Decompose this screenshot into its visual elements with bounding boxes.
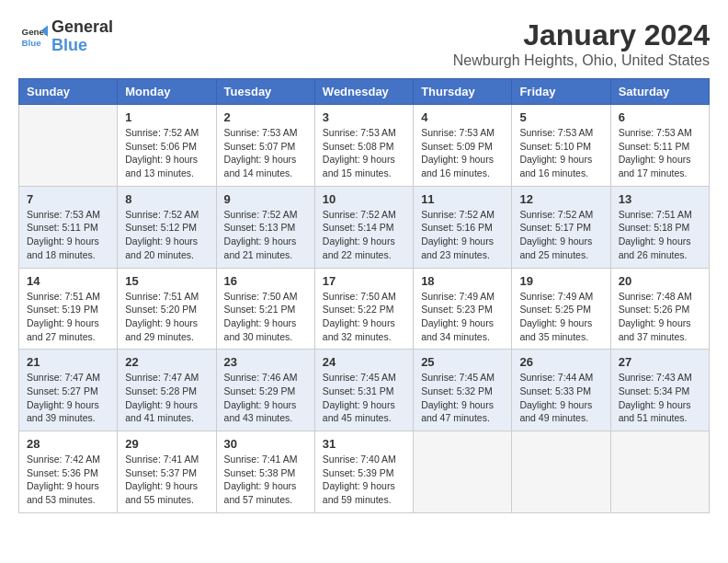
day-info: Sunrise: 7:52 AMSunset: 5:16 PMDaylight:… (421, 208, 504, 262)
col-header-wednesday: Wednesday (314, 79, 413, 105)
day-number: 25 (421, 355, 504, 369)
day-number: 14 (27, 274, 109, 288)
calendar-cell: 2Sunrise: 7:53 AMSunset: 5:07 PMDaylight… (216, 105, 314, 187)
day-info: Sunrise: 7:53 AMSunset: 5:09 PMDaylight:… (421, 126, 504, 180)
calendar-cell: 5Sunrise: 7:53 AMSunset: 5:10 PMDaylight… (512, 105, 610, 187)
logo: General Blue General Blue (18, 18, 113, 55)
calendar-cell: 15Sunrise: 7:51 AMSunset: 5:20 PMDayligh… (118, 268, 216, 350)
week-row-2: 7Sunrise: 7:53 AMSunset: 5:11 PMDaylight… (19, 186, 710, 268)
calendar-cell: 17Sunrise: 7:50 AMSunset: 5:22 PMDayligh… (314, 268, 413, 350)
day-info: Sunrise: 7:50 AMSunset: 5:21 PMDaylight:… (224, 290, 307, 344)
calendar-cell: 1Sunrise: 7:52 AMSunset: 5:06 PMDaylight… (118, 105, 216, 187)
day-info: Sunrise: 7:51 AMSunset: 5:20 PMDaylight:… (125, 290, 208, 344)
col-header-thursday: Thursday (414, 79, 512, 105)
calendar-cell: 4Sunrise: 7:53 AMSunset: 5:09 PMDaylight… (414, 105, 512, 187)
calendar-cell (512, 431, 610, 513)
calendar-cell: 31Sunrise: 7:40 AMSunset: 5:39 PMDayligh… (314, 431, 413, 513)
day-number: 15 (125, 274, 208, 288)
day-number: 7 (27, 192, 109, 206)
day-info: Sunrise: 7:47 AMSunset: 5:28 PMDaylight:… (125, 371, 208, 425)
day-info: Sunrise: 7:53 AMSunset: 5:11 PMDaylight:… (619, 126, 701, 180)
calendar-cell: 26Sunrise: 7:44 AMSunset: 5:33 PMDayligh… (512, 350, 610, 431)
calendar-cell: 27Sunrise: 7:43 AMSunset: 5:34 PMDayligh… (610, 350, 709, 431)
day-info: Sunrise: 7:52 AMSunset: 5:13 PMDaylight:… (224, 208, 307, 262)
title-area: January 2024 Newburgh Heights, Ohio, Uni… (453, 18, 710, 69)
day-info: Sunrise: 7:49 AMSunset: 5:25 PMDaylight:… (519, 290, 602, 344)
day-number: 12 (519, 192, 602, 206)
day-number: 10 (323, 192, 405, 206)
day-number: 21 (27, 355, 109, 369)
day-number: 9 (224, 192, 307, 206)
day-number: 1 (125, 110, 208, 124)
day-info: Sunrise: 7:51 AMSunset: 5:18 PMDaylight:… (619, 208, 701, 262)
day-number: 19 (519, 274, 602, 288)
day-info: Sunrise: 7:53 AMSunset: 5:07 PMDaylight:… (224, 126, 307, 180)
main-title: January 2024 (453, 18, 710, 52)
day-info: Sunrise: 7:45 AMSunset: 5:32 PMDaylight:… (421, 371, 504, 425)
day-info: Sunrise: 7:41 AMSunset: 5:38 PMDaylight:… (224, 453, 307, 507)
calendar-cell: 11Sunrise: 7:52 AMSunset: 5:16 PMDayligh… (414, 186, 512, 268)
calendar-cell: 16Sunrise: 7:50 AMSunset: 5:21 PMDayligh… (216, 268, 314, 350)
subtitle: Newburgh Heights, Ohio, United States (453, 52, 710, 69)
calendar-cell: 10Sunrise: 7:52 AMSunset: 5:14 PMDayligh… (314, 186, 413, 268)
day-info: Sunrise: 7:41 AMSunset: 5:37 PMDaylight:… (125, 453, 208, 507)
week-row-1: 1Sunrise: 7:52 AMSunset: 5:06 PMDaylight… (19, 105, 710, 187)
day-info: Sunrise: 7:42 AMSunset: 5:36 PMDaylight:… (27, 453, 109, 507)
day-info: Sunrise: 7:49 AMSunset: 5:23 PMDaylight:… (421, 290, 504, 344)
day-info: Sunrise: 7:53 AMSunset: 5:11 PMDaylight:… (27, 208, 109, 262)
calendar-cell: 9Sunrise: 7:52 AMSunset: 5:13 PMDaylight… (216, 186, 314, 268)
day-number: 16 (224, 274, 307, 288)
calendar-cell: 29Sunrise: 7:41 AMSunset: 5:37 PMDayligh… (118, 431, 216, 513)
week-row-5: 28Sunrise: 7:42 AMSunset: 5:36 PMDayligh… (19, 431, 710, 513)
calendar-cell (19, 105, 118, 187)
col-header-friday: Friday (512, 79, 610, 105)
day-number: 26 (519, 355, 602, 369)
logo-text: General Blue (51, 18, 113, 55)
calendar-cell: 8Sunrise: 7:52 AMSunset: 5:12 PMDaylight… (118, 186, 216, 268)
day-info: Sunrise: 7:40 AMSunset: 5:39 PMDaylight:… (323, 453, 405, 507)
col-header-saturday: Saturday (610, 79, 709, 105)
day-info: Sunrise: 7:51 AMSunset: 5:19 PMDaylight:… (27, 290, 109, 344)
day-number: 18 (421, 274, 504, 288)
day-number: 2 (224, 110, 307, 124)
day-info: Sunrise: 7:52 AMSunset: 5:17 PMDaylight:… (519, 208, 602, 262)
svg-text:Blue: Blue (22, 38, 42, 48)
week-row-3: 14Sunrise: 7:51 AMSunset: 5:19 PMDayligh… (19, 268, 710, 350)
day-number: 24 (323, 355, 405, 369)
calendar-cell: 30Sunrise: 7:41 AMSunset: 5:38 PMDayligh… (216, 431, 314, 513)
calendar-cell: 28Sunrise: 7:42 AMSunset: 5:36 PMDayligh… (19, 431, 118, 513)
day-number: 13 (619, 192, 701, 206)
day-info: Sunrise: 7:50 AMSunset: 5:22 PMDaylight:… (323, 290, 405, 344)
day-number: 4 (421, 110, 504, 124)
calendar-cell: 7Sunrise: 7:53 AMSunset: 5:11 PMDaylight… (19, 186, 118, 268)
col-header-sunday: Sunday (19, 79, 118, 105)
day-number: 5 (519, 110, 602, 124)
day-info: Sunrise: 7:43 AMSunset: 5:34 PMDaylight:… (619, 371, 701, 425)
calendar-cell: 18Sunrise: 7:49 AMSunset: 5:23 PMDayligh… (414, 268, 512, 350)
day-info: Sunrise: 7:45 AMSunset: 5:31 PMDaylight:… (323, 371, 405, 425)
day-number: 17 (323, 274, 405, 288)
day-info: Sunrise: 7:52 AMSunset: 5:06 PMDaylight:… (125, 126, 208, 180)
day-info: Sunrise: 7:53 AMSunset: 5:10 PMDaylight:… (519, 126, 602, 180)
calendar-cell: 3Sunrise: 7:53 AMSunset: 5:08 PMDaylight… (314, 105, 413, 187)
day-number: 20 (619, 274, 701, 288)
calendar-cell: 21Sunrise: 7:47 AMSunset: 5:27 PMDayligh… (19, 350, 118, 431)
day-number: 31 (323, 437, 405, 451)
calendar-cell (414, 431, 512, 513)
day-number: 28 (27, 437, 109, 451)
calendar-cell: 20Sunrise: 7:48 AMSunset: 5:26 PMDayligh… (610, 268, 709, 350)
col-header-monday: Monday (118, 79, 216, 105)
day-info: Sunrise: 7:44 AMSunset: 5:33 PMDaylight:… (519, 371, 602, 425)
day-number: 8 (125, 192, 208, 206)
calendar-cell: 22Sunrise: 7:47 AMSunset: 5:28 PMDayligh… (118, 350, 216, 431)
calendar-cell: 19Sunrise: 7:49 AMSunset: 5:25 PMDayligh… (512, 268, 610, 350)
calendar-header: SundayMondayTuesdayWednesdayThursdayFrid… (19, 79, 710, 105)
calendar-table: SundayMondayTuesdayWednesdayThursdayFrid… (18, 78, 710, 513)
day-number: 27 (619, 355, 701, 369)
day-number: 11 (421, 192, 504, 206)
day-info: Sunrise: 7:48 AMSunset: 5:26 PMDaylight:… (619, 290, 701, 344)
day-number: 29 (125, 437, 208, 451)
day-info: Sunrise: 7:47 AMSunset: 5:27 PMDaylight:… (27, 371, 109, 425)
day-number: 23 (224, 355, 307, 369)
day-info: Sunrise: 7:46 AMSunset: 5:29 PMDaylight:… (224, 371, 307, 425)
